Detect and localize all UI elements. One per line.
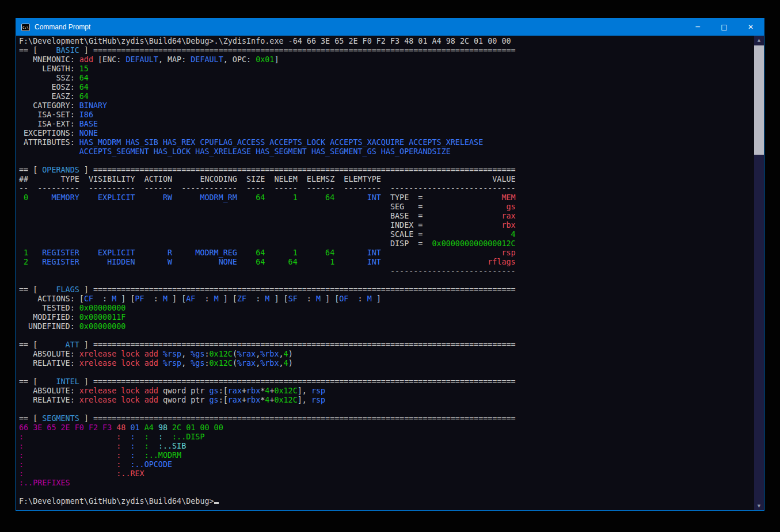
terminal-text-segment	[265, 258, 274, 266]
terminal-line	[19, 488, 754, 497]
terminal-text-segment: :..REX	[116, 469, 144, 478]
terminal-text-segment: BASE	[79, 120, 98, 128]
maximize-button[interactable]: □	[711, 18, 737, 36]
terminal-text-segment: qword ptr	[158, 386, 210, 395]
terminal-text-segment: ========================================…	[93, 46, 516, 55]
terminal-text-segment: TESTED:	[19, 304, 79, 312]
terminal-text-segment: SEGMENTS	[42, 414, 79, 423]
terminal-text-segment: ]	[79, 285, 93, 294]
terminal-text-segment: %rsp	[163, 359, 181, 368]
terminal-line: SEG = gs	[19, 202, 754, 212]
command-prompt-window: C:\ Command Prompt ─ □ ✕ F:\Development\…	[16, 18, 764, 511]
terminal-text-segment: OPERANDS	[42, 166, 79, 174]
terminal-text-segment: INT	[344, 193, 381, 202]
terminal-text-segment	[19, 221, 390, 229]
terminal-text-segment: 48	[116, 423, 125, 432]
terminal-line: SCALE = 4	[19, 230, 754, 239]
terminal-text-segment	[172, 248, 181, 257]
terminal-text-segment: PF	[135, 294, 144, 303]
terminal-line: CATEGORY: BINARY	[19, 101, 754, 110]
terminal-line: RELATIVE: xrelease lock add %rsp, %gs:0x…	[19, 359, 754, 368]
terminal-text-segment: 64	[307, 193, 334, 202]
terminal-text-segment: CF	[84, 294, 93, 303]
terminal-text-segment: 2	[19, 258, 28, 266]
terminal-text-segment: :	[19, 469, 24, 478]
scroll-up-button[interactable]: ▲	[754, 36, 764, 44]
terminal-text-segment	[237, 193, 246, 202]
terminal-text-segment: EASZ:	[19, 92, 79, 101]
terminal-text-segment: MODIFIED:	[19, 313, 79, 322]
terminal-text-segment: REGISTER	[37, 248, 79, 257]
terminal-text-segment	[121, 451, 130, 460]
terminal-text-segment: 64	[79, 83, 89, 91]
maximize-icon: □	[721, 23, 727, 31]
terminal-text-segment: :	[19, 433, 24, 441]
terminal-line: == [ SEGMENTS ] ========================…	[19, 414, 754, 423]
terminal-text-segment: NONE	[79, 129, 98, 137]
terminal-text-segment: ,	[181, 350, 191, 358]
terminal-line: : : : :..MODRM	[19, 451, 754, 460]
terminal-text-segment: EOSZ:	[19, 83, 79, 91]
terminal-text-segment: == [	[19, 285, 42, 294]
terminal-text-segment	[423, 202, 506, 211]
terminal-line: F:\Development\GitHub\zydis\Build64\Debu…	[19, 497, 754, 506]
terminal-line: MNEMONIC: add [ENC: DEFAULT, MAP: DEFAUL…	[19, 55, 754, 64]
terminal-text-segment: ISA-SET:	[19, 110, 79, 119]
console-area: F:\Development\GitHub\zydis\Build64\Debu…	[16, 36, 764, 510]
terminal-output[interactable]: F:\Development\GitHub\zydis\Build64\Debu…	[16, 36, 754, 510]
terminal-text-segment: ],	[298, 396, 311, 404]
terminal-text-segment: 64	[246, 248, 265, 257]
scroll-down-button[interactable]: ▼	[754, 502, 764, 510]
terminal-text-segment: == [	[19, 166, 42, 174]
terminal-text-segment	[19, 202, 390, 211]
terminal-line: :..PREFIXES	[19, 479, 754, 488]
scrollbar-track[interactable]	[754, 44, 764, 502]
terminal-line: UNDEFINED: 0x00000000	[19, 322, 754, 331]
terminal-text-segment	[19, 267, 390, 275]
terminal-line: 1 REGISTER EXPLICIT R MODRM_REG 64 1 64 …	[19, 248, 754, 258]
terminal-text-segment: 0x00000000	[79, 322, 126, 331]
terminal-text-segment: :	[19, 460, 24, 469]
terminal-line: ABSOLUTE: xrelease lock add qword ptr gs…	[19, 386, 754, 396]
scrollbar-thumb[interactable]	[754, 45, 764, 155]
terminal-text-segment: SF	[288, 294, 298, 303]
terminal-text-segment	[423, 193, 501, 202]
terminal-text-segment: [ENC:	[93, 55, 125, 64]
terminal-line	[19, 368, 754, 377]
terminal-text-segment	[334, 248, 344, 257]
terminal-text-segment: ]	[372, 294, 381, 303]
terminal-text-segment: DEFAULT	[191, 55, 223, 64]
cmd-icon: C:\	[21, 24, 30, 31]
close-icon: ✕	[748, 23, 754, 31]
terminal-text-segment: 1	[274, 193, 297, 202]
terminal-line: F:\Development\GitHub\zydis\Build64\Debu…	[19, 37, 754, 46]
title-bar[interactable]: C:\ Command Prompt ─ □ ✕	[16, 18, 764, 36]
terminal-text-segment: MODRM_RM	[181, 193, 237, 202]
terminal-text-segment: +	[242, 386, 246, 395]
terminal-text-segment	[172, 193, 181, 202]
terminal-text-segment: (	[233, 359, 237, 368]
terminal-text-segment: 0x12C	[274, 386, 297, 395]
terminal-text-segment: :	[298, 294, 316, 303]
terminal-text-segment: 98	[158, 423, 168, 432]
terminal-text-segment: :	[246, 294, 265, 303]
terminal-line: ABSOLUTE: xrelease lock add %rsp, %gs:0x…	[19, 350, 754, 359]
terminal-text-segment	[135, 451, 144, 460]
terminal-text-segment: MEMORY	[37, 193, 79, 202]
terminal-text-segment: 1	[19, 248, 28, 257]
terminal-text-segment: rsp	[311, 396, 325, 404]
terminal-text-segment	[135, 442, 144, 450]
terminal-text-segment	[237, 258, 246, 266]
terminal-text-segment: ACTIONS:	[19, 294, 79, 303]
terminal-text-segment: %rax	[237, 350, 256, 358]
terminal-line: MODIFIED: 0x0000011F	[19, 313, 754, 322]
terminal-text-segment: RELATIVE:	[19, 396, 79, 404]
terminal-text-segment	[28, 248, 37, 257]
terminal-text-segment: TYPE =	[381, 193, 423, 202]
minimize-button[interactable]: ─	[684, 18, 711, 36]
terminal-text-segment: %rbx	[260, 359, 279, 368]
terminal-text-segment: :	[131, 433, 135, 441]
terminal-text-segment: ]	[79, 166, 93, 174]
terminal-text-segment: RW	[144, 193, 172, 202]
close-button[interactable]: ✕	[737, 18, 764, 36]
